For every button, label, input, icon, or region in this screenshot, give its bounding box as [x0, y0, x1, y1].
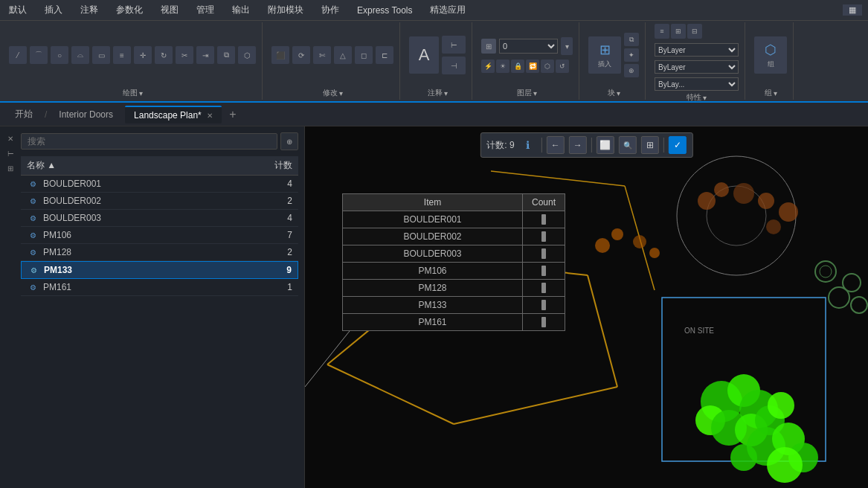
modify-icon4[interactable]: △: [334, 46, 352, 64]
modify-label[interactable]: 修改 ▾: [323, 86, 343, 98]
tab-start[interactable]: 开始: [6, 105, 42, 123]
arc-icon[interactable]: ⌓: [71, 46, 89, 64]
mirror-icon[interactable]: ⬡: [238, 46, 256, 64]
menu-default[interactable]: 默认: [6, 2, 30, 18]
table-cell-count: [522, 280, 565, 297]
layer-btn4[interactable]: 🔁: [526, 60, 539, 73]
bylayer-select3[interactable]: ByLay...: [655, 77, 739, 91]
extend-icon[interactable]: ⇥: [196, 46, 214, 64]
table-row[interactable]: BOULDER003: [343, 245, 565, 263]
ribbon-content: ∕ ⌒ ○ ⌓ ▭ ≡ ✛ ↻ ✂ ⇥ ⧉ ⬡ 绘图 ▾ ⬛ ⟳: [0, 21, 868, 101]
layer-select[interactable]: 0: [499, 39, 558, 54]
side-panel-controls: ✕ ⊢ ⊞: [1, 126, 19, 180]
props-icon1[interactable]: ≡: [655, 24, 669, 39]
tab-add-button[interactable]: +: [225, 108, 240, 121]
table-row[interactable]: PM133: [343, 297, 565, 314]
table-button[interactable]: ⊞: [641, 136, 659, 154]
info-button[interactable]: ℹ: [519, 136, 537, 154]
annotate-icon2[interactable]: ⊣: [442, 57, 466, 74]
menu-collaborate[interactable]: 协作: [318, 2, 342, 18]
table-row[interactable]: BOULDER002: [343, 228, 565, 245]
item-count-boulder002: 2: [248, 196, 292, 206]
header-count[interactable]: 计数: [248, 159, 292, 172]
layer-btn1[interactable]: ⚡: [481, 60, 495, 73]
draw-label[interactable]: 绘图 ▾: [123, 86, 143, 98]
menu-view[interactable]: 视图: [158, 2, 181, 18]
list-item[interactable]: ⚙ BOULDER001 4: [21, 176, 298, 193]
expand-panel-button[interactable]: ⊞: [4, 162, 16, 174]
list-item[interactable]: ⚙ BOULDER003 4: [21, 210, 298, 227]
bylayer-select2[interactable]: ByLayer: [655, 60, 739, 74]
insert-icon[interactable]: ⊞ 插入: [588, 36, 621, 74]
block-btn3[interactable]: ⊕: [624, 64, 639, 77]
menu-manage[interactable]: 管理: [193, 2, 217, 18]
tab-interior-doors[interactable]: Interior Doors: [50, 106, 122, 123]
modify-icon2[interactable]: ⟳: [292, 46, 310, 64]
block-label[interactable]: 块 ▾: [608, 86, 620, 98]
block-btn2[interactable]: ✦: [624, 48, 639, 62]
list-item[interactable]: ⚙ PM161 1: [21, 279, 298, 296]
list-item[interactable]: ⚙ PM128 2: [21, 244, 298, 261]
block-btn1[interactable]: ⧉: [624, 33, 639, 46]
modify-icon1[interactable]: ⬛: [271, 46, 289, 64]
accept-button[interactable]: ✓: [669, 136, 687, 154]
menu-annotate[interactable]: 注释: [77, 2, 101, 18]
list-item-selected[interactable]: ⚙ PM133 9: [21, 261, 298, 279]
modify-icon6[interactable]: ⊏: [376, 46, 393, 64]
search-input[interactable]: [21, 133, 277, 150]
group-label[interactable]: 组 ▾: [765, 86, 777, 98]
layer-btn6[interactable]: ↺: [556, 60, 569, 73]
list-item[interactable]: ⚙ PM106 7: [21, 227, 298, 244]
group-icon[interactable]: ⬡ 组: [754, 36, 787, 74]
copy-icon[interactable]: ⧉: [217, 46, 235, 64]
annotate-label[interactable]: 注释 ▾: [428, 86, 448, 98]
prev-button[interactable]: ←: [547, 136, 565, 154]
tab-close-button[interactable]: ✕: [207, 112, 213, 120]
modify-icon3[interactable]: ✄: [313, 46, 331, 64]
layer-dropdown[interactable]: ▾: [561, 37, 573, 55]
props-label[interactable]: 特性 ▾: [687, 91, 707, 101]
canvas-area[interactable]: ON SITE 计数: 9 ℹ ← → ⬜ 🔍 ⊞ ✓ Item Count: [305, 126, 868, 488]
tab-landscape-plan[interactable]: Landscape Plan* ✕: [125, 106, 222, 123]
zoom-extents-button[interactable]: ⬜: [597, 136, 614, 154]
line-icon[interactable]: ∕: [9, 46, 27, 64]
text-icon[interactable]: A: [409, 36, 439, 74]
list-item[interactable]: ⚙ BOULDER002 2: [21, 193, 298, 210]
table-cell-name: PM106: [343, 263, 523, 280]
rotate-icon[interactable]: ↻: [155, 46, 173, 64]
layer-btn5[interactable]: ⬡: [541, 60, 554, 73]
circle-icon[interactable]: ○: [51, 46, 68, 64]
menu-parametric[interactable]: 参数化: [113, 2, 146, 18]
pin-panel-button[interactable]: ⊢: [4, 147, 16, 159]
props-icon2[interactable]: ⊞: [671, 24, 686, 39]
next-button[interactable]: →: [569, 136, 587, 154]
header-name[interactable]: 名称 ▲: [27, 159, 248, 172]
annotate-icon1[interactable]: ⊢: [442, 36, 466, 54]
move-icon[interactable]: ✛: [134, 46, 152, 64]
table-row[interactable]: PM161: [343, 314, 565, 331]
search-expand-button[interactable]: ⊕: [280, 132, 298, 150]
menu-featured[interactable]: 精选应用: [427, 2, 469, 18]
bylayer-select1[interactable]: ByLayer: [655, 43, 739, 57]
trim-icon[interactable]: ✂: [176, 46, 193, 64]
svg-point-18: [766, 219, 781, 234]
props-icon3[interactable]: ⊟: [687, 24, 702, 39]
table-row[interactable]: BOULDER001: [343, 211, 565, 228]
hatch-icon[interactable]: ≡: [113, 46, 131, 64]
close-panel-button[interactable]: ✕: [4, 132, 16, 144]
menu-output[interactable]: 输出: [229, 2, 253, 18]
layer-icon-main[interactable]: ⊞: [481, 39, 496, 54]
polyline-icon[interactable]: ⌒: [30, 46, 48, 64]
modify-icon5[interactable]: ◻: [355, 46, 373, 64]
menu-app-button[interactable]: ▦: [843, 4, 862, 16]
layer-btn2[interactable]: ☀: [496, 60, 509, 73]
menu-express-tools[interactable]: Express Tools: [354, 4, 415, 17]
layer-btn3[interactable]: 🔒: [511, 60, 524, 73]
menu-insert[interactable]: 插入: [42, 2, 65, 18]
rect-icon[interactable]: ▭: [92, 46, 110, 64]
zoom-fit-button[interactable]: 🔍: [619, 136, 637, 154]
table-row[interactable]: PM128: [343, 280, 565, 297]
layer-label[interactable]: 图层 ▾: [517, 86, 537, 98]
menu-addons[interactable]: 附加模块: [265, 2, 306, 18]
table-row[interactable]: PM106: [343, 263, 565, 280]
